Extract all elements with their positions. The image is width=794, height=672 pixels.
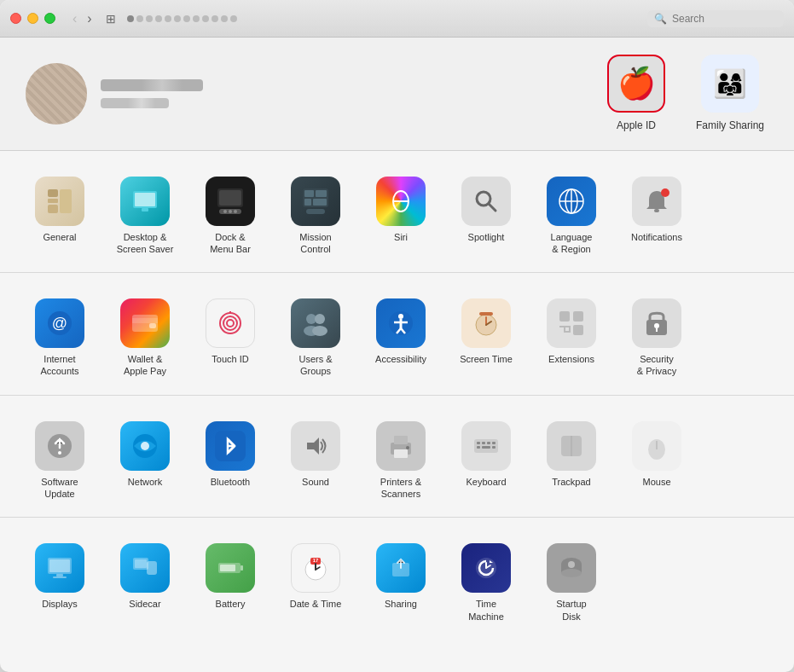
svg-rect-55 (573, 325, 583, 335)
user-left (26, 63, 203, 125)
svg-rect-14 (304, 190, 314, 197)
pref-item-displays[interactable]: Displays (17, 535, 102, 631)
pref-item-keyboard[interactable]: Keyboard (443, 413, 529, 509)
hardware-grid: SoftwareUpdate Network Bluetooth (17, 413, 777, 509)
pref-item-timemachine[interactable]: TimeMachine (443, 535, 529, 631)
pref-item-printers[interactable]: Printers &Scanners (358, 413, 443, 509)
svg-point-60 (58, 451, 61, 455)
svg-rect-87 (135, 559, 147, 568)
pref-item-touchid[interactable]: Touch ID (188, 290, 273, 386)
svg-point-10 (223, 210, 227, 213)
pref-item-language[interactable]: Language& Region (529, 168, 614, 264)
minimize-button[interactable] (27, 13, 38, 24)
pref-item-screentime[interactable]: Screen Time (443, 290, 529, 386)
search-icon: 🔍 (654, 13, 667, 25)
pref-item-startup[interactable]: StartupDisk (529, 535, 614, 631)
grid-view-icon[interactable]: ⊞ (106, 12, 117, 26)
internet-label: InternetAccounts (40, 353, 78, 378)
pref-item-datetime[interactable]: 17 Date & Time (273, 535, 358, 631)
family-sharing-item[interactable]: 👨‍👩‍👧 Family Sharing (692, 55, 768, 133)
startup-icon (547, 543, 596, 593)
accessibility-label: Accessibility (375, 353, 426, 365)
internet-icon: @ (35, 298, 84, 348)
bluetooth-label: Bluetooth (211, 476, 250, 488)
wallet-icon (120, 298, 170, 348)
svg-rect-82 (49, 559, 70, 572)
touchid-icon (206, 298, 255, 348)
forward-button[interactable]: › (84, 9, 95, 28)
user-info (101, 79, 203, 108)
svg-rect-72 (487, 442, 490, 444)
pref-item-siri[interactable]: Siri (358, 168, 443, 264)
dock-icon (206, 177, 255, 226)
startup-label: StartupDisk (556, 598, 586, 623)
family-sharing-icon: 👨‍👩‍👧 (713, 67, 747, 100)
displays-icon (35, 543, 84, 593)
svg-rect-84 (53, 576, 67, 578)
pref-item-bluetooth[interactable]: Bluetooth (188, 413, 273, 509)
breadcrumb (127, 15, 647, 22)
pref-item-network[interactable]: Network (102, 413, 188, 509)
pref-item-battery[interactable]: Battery (188, 535, 273, 631)
pref-item-wallet[interactable]: Wallet &Apple Pay (102, 290, 188, 386)
pref-item-extensions[interactable]: Extensions (529, 290, 614, 386)
pref-item-mouse[interactable]: Mouse (614, 413, 699, 509)
avatar[interactable] (26, 63, 87, 125)
pref-item-mission[interactable]: MissionControl (273, 168, 358, 264)
printers-icon (376, 421, 426, 471)
close-button[interactable] (10, 13, 21, 24)
pref-item-sound[interactable]: Sound (273, 413, 358, 509)
mouse-icon (632, 421, 681, 471)
desktop-icon (120, 177, 170, 226)
wallet-label: Wallet &Apple Pay (124, 353, 166, 378)
svg-rect-33 (132, 318, 158, 323)
mission-icon (291, 177, 340, 226)
keyboard-label: Keyboard (466, 476, 506, 488)
pref-item-users[interactable]: Users &Groups (273, 290, 358, 386)
pref-item-security[interactable]: Security& Privacy (614, 290, 699, 386)
maximize-button[interactable] (44, 13, 55, 24)
pref-item-accessibility[interactable]: Accessibility (358, 290, 443, 386)
svg-marker-64 (307, 437, 319, 455)
pref-item-dock[interactable]: Dock &Menu Bar (188, 168, 273, 264)
sharing-label: Sharing (385, 598, 417, 610)
pref-item-general[interactable]: General (17, 168, 102, 264)
svg-point-29 (661, 188, 669, 197)
svg-rect-17 (313, 199, 327, 206)
family-sharing-label: Family Sharing (696, 119, 764, 133)
svg-point-11 (229, 210, 232, 213)
svg-point-68 (406, 446, 409, 449)
pref-item-trackpad[interactable]: Trackpad (529, 413, 614, 509)
datetime-icon: 17 (291, 543, 340, 593)
software-icon (35, 421, 84, 471)
search-input[interactable] (672, 13, 774, 25)
pref-item-sidecar[interactable]: Sidecar (102, 535, 188, 631)
svg-rect-71 (482, 442, 485, 444)
mouse-label: Mouse (642, 476, 670, 488)
svg-rect-86 (147, 561, 157, 575)
general-icon (35, 177, 84, 226)
svg-point-44 (398, 314, 403, 319)
svg-rect-0 (48, 189, 58, 197)
screentime-icon (461, 298, 511, 348)
pref-item-internet[interactable]: @ InternetAccounts (17, 290, 102, 386)
accounts-section: @ InternetAccounts Wallet &Apple Pay (0, 273, 794, 396)
pref-item-spotlight[interactable]: Spotlight (443, 168, 529, 264)
pref-item-desktop[interactable]: Desktop &Screen Saver (102, 168, 188, 264)
pref-item-sharing[interactable]: Sharing (358, 535, 443, 631)
pref-item-notifications[interactable]: Notifications (614, 168, 699, 264)
system-preferences-window: ‹ › ⊞ 🔍 (0, 0, 794, 672)
svg-rect-16 (304, 199, 311, 206)
pref-item-software[interactable]: SoftwareUpdate (17, 413, 102, 509)
svg-rect-83 (56, 574, 63, 576)
bluetooth-icon (206, 421, 255, 471)
software-label: SoftwareUpdate (41, 476, 78, 501)
displays-label: Displays (42, 598, 78, 610)
apple-id-item[interactable]: 🍎 Apple ID (598, 55, 675, 133)
notifications-icon (632, 177, 681, 226)
svg-rect-6 (142, 208, 148, 211)
svg-rect-67 (394, 449, 408, 458)
users-icon (291, 298, 340, 348)
back-button[interactable]: ‹ (69, 9, 80, 28)
search-bar[interactable]: 🔍 (647, 10, 784, 27)
